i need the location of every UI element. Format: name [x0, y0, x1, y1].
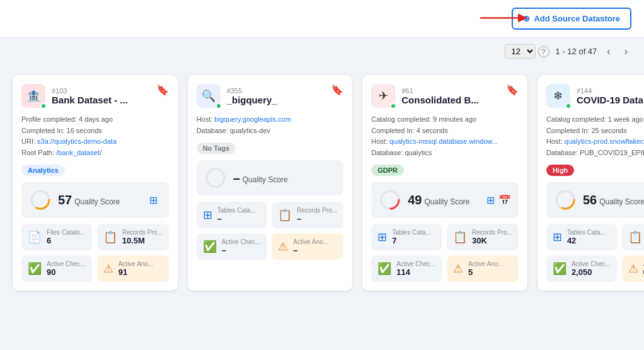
card-name[interactable]: Bank Dataset - ... [52, 95, 128, 105]
stat-value: – [217, 214, 256, 223]
meta-line: Catalog completed: 1 week ago [546, 114, 644, 125]
meta-line: Database: PUB_COVID19_EPIDEMIOLO... [546, 148, 644, 159]
quality-num: 57 [58, 193, 72, 207]
prev-page-button[interactable]: ‹ [603, 45, 614, 59]
card-header: ✈ #61 Consolidated B... 🔖 [371, 84, 519, 108]
host-link[interactable]: bigquery.googleapis.com [214, 115, 290, 123]
stat-icon: 📋 [278, 208, 292, 222]
status-dot [390, 103, 396, 109]
datastore-icon: ✈ [371, 84, 395, 108]
stat-info: Active Ano... 91 [118, 260, 154, 277]
card-id: #61 [401, 87, 479, 95]
arrow-indicator [480, 8, 531, 29]
stat-card: 📋 Records Pro... 43.3M [622, 224, 644, 250]
stat-value: 91 [118, 267, 154, 277]
per-page-dropdown[interactable]: 12 24 48 [505, 44, 536, 59]
stat-label: Active Chec... [572, 260, 611, 267]
stat-card: ✅ Active Chec... 114 [371, 255, 442, 282]
stat-card: 📋 Records Pro... – [272, 202, 343, 228]
quality-circle [29, 189, 52, 211]
meta-line: Database: qualytics [371, 148, 519, 159]
pagination-bar: 12 24 48 ? 1 - 12 of 47 ‹ › [0, 38, 644, 65]
stat-info: Records Pro... 10.5M [122, 229, 163, 245]
quality-label: Quality Score [599, 197, 644, 206]
meta-host: Host: qualytics-mssql.database.window... [371, 136, 519, 148]
svg-point-4 [207, 169, 224, 187]
quality-label: Quality Score [74, 197, 120, 206]
stat-icon: 📋 [453, 230, 467, 244]
stat-label: Active Chec... [222, 238, 261, 245]
quality-score-text: – Quality Score [233, 171, 288, 185]
quality-icon[interactable]: 📅 [498, 194, 511, 206]
stat-icon: 📋 [103, 230, 117, 244]
stat-value: 30K [472, 236, 512, 245]
uri-link[interactable]: s3a://qualytics-demo-data [37, 137, 117, 145]
cards-container: 🏦 #103 Bank Dataset - ... 🔖 Profile comp… [0, 65, 644, 301]
card-name[interactable]: _bigquery_ [227, 95, 277, 105]
datastore-card: 🔍 #355 _bigquery_ 🔖 Host: bigquery.googl… [188, 75, 353, 291]
card-meta: Profile completed: 4 days agoCompleted I… [21, 114, 169, 158]
datastore-card: 🏦 #103 Bank Dataset - ... 🔖 Profile comp… [13, 75, 178, 291]
stat-card: ⊞ Tables Cata... 7 [371, 224, 442, 250]
stat-icon: ⚠ [103, 262, 113, 276]
bookmark-icon[interactable]: 🔖 [506, 84, 519, 96]
stat-info: Files Catalo... 6 [47, 229, 85, 245]
tag: No Tags [197, 143, 236, 154]
stat-icon: ⊞ [377, 230, 387, 244]
stat-value: 114 [396, 267, 435, 277]
stat-label: Records Pro... [122, 229, 163, 236]
tag-row: No Tags [197, 143, 344, 154]
bookmark-icon[interactable]: 🔖 [156, 84, 169, 96]
bookmark-icon[interactable]: 🔖 [331, 84, 343, 96]
stat-icon: ⊞ [553, 230, 562, 244]
stat-card: ⊞ Tables Cata... – [197, 202, 267, 228]
card-name[interactable]: COVID-19 Data [577, 95, 643, 105]
root-path-link[interactable]: /bank_dataset/ [56, 149, 101, 156]
card-meta: Catalog completed: 1 week agoCompleted I… [546, 114, 644, 158]
stat-label: Tables Cata... [567, 229, 606, 236]
quality-icon[interactable]: ⊞ [149, 194, 158, 206]
quality-label: Quality Score [243, 175, 288, 184]
datastore-icon: 🔍 [197, 84, 221, 108]
stat-info: Tables Cata... 42 [567, 229, 606, 245]
quality-circle [204, 166, 227, 189]
card-header: 🔍 #355 _bigquery_ 🔖 [197, 84, 344, 108]
per-page-selector[interactable]: 12 24 48 ? [505, 44, 549, 59]
quality-section: 57 Quality Score ⊞ [21, 182, 169, 218]
stat-value: – [293, 245, 328, 255]
stat-icon: ✅ [28, 262, 42, 276]
card-id-name: #355 _bigquery_ [227, 87, 277, 105]
stat-label: Records Pro... [297, 207, 337, 214]
status-dot [216, 103, 222, 109]
tag: GDPR [371, 165, 404, 176]
stat-label: Tables Cata... [392, 229, 430, 236]
stat-value: – [297, 214, 337, 223]
stat-value: 7 [392, 236, 430, 245]
stat-value: 42 [567, 236, 606, 245]
host-link[interactable]: qualytics-prod.snowflakecomputi... [565, 137, 644, 145]
stats-grid: ⊞ Tables Cata... 42 📋 Records Pro... 43.… [546, 224, 644, 282]
meta-line: Database: qualytics-dev [197, 125, 344, 137]
quality-label: Quality Score [425, 197, 470, 206]
quality-icons: ⊞ [149, 194, 161, 206]
card-meta: Host: bigquery.googleapis.comDatabase: q… [197, 114, 344, 136]
next-page-button[interactable]: › [621, 45, 631, 59]
stat-icon: ✅ [203, 240, 217, 254]
stat-icon: ✅ [553, 262, 566, 276]
stat-icon: ⚠ [628, 262, 638, 276]
quality-section: – Quality Score [197, 160, 344, 195]
datastore-icon: 🏦 [21, 84, 45, 108]
card-name[interactable]: Consolidated B... [401, 95, 479, 105]
stat-value: 2,050 [572, 267, 611, 277]
quality-icon[interactable]: ⊞ [486, 194, 495, 206]
meta-line: Completed In: 4 seconds [371, 125, 519, 137]
stat-card: ⚠ Active Ano... 5 [447, 255, 519, 282]
stat-label: Records Pro... [472, 229, 512, 236]
help-icon[interactable]: ? [538, 46, 549, 57]
stat-card: 📄 Files Catalo... 6 [21, 224, 92, 250]
stats-grid: ⊞ Tables Cata... 7 📋 Records Pro... 30K … [371, 224, 519, 282]
stat-card: ✅ Active Chec... 90 [21, 255, 92, 282]
card-id-name: #144 COVID-19 Data [577, 87, 643, 105]
host-link[interactable]: qualytics-mssql.database.window... [389, 137, 498, 145]
card-title-section: 🏦 #103 Bank Dataset - ... [21, 84, 128, 108]
